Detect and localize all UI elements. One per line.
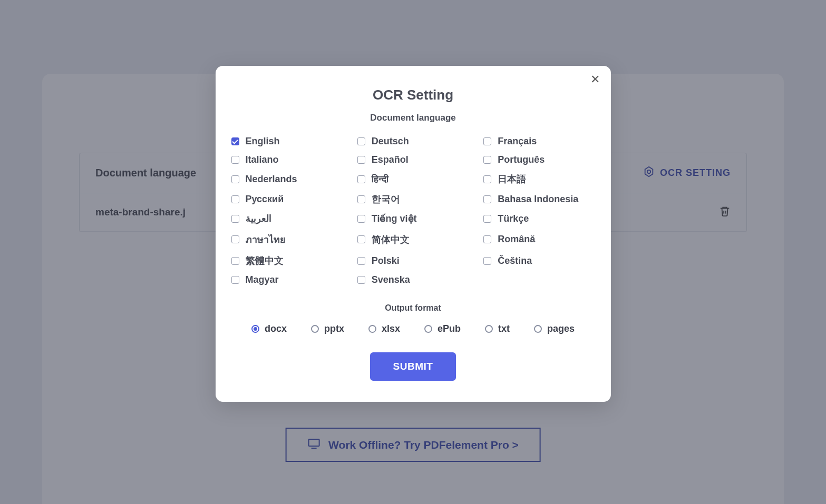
checkbox-icon — [357, 156, 365, 164]
checkbox-icon — [357, 276, 365, 284]
format-label: ePub — [438, 323, 461, 334]
checkbox-icon — [483, 235, 491, 243]
checkbox-icon — [231, 235, 239, 243]
language-checkbox[interactable]: Română — [481, 232, 597, 247]
checkbox-icon — [357, 215, 365, 223]
language-label: Svenska — [372, 274, 410, 285]
language-checkbox[interactable]: Svenska — [355, 274, 471, 285]
language-label: 繁體中文 — [246, 254, 284, 267]
language-label: Magyar — [246, 274, 279, 285]
language-label: Português — [498, 154, 545, 165]
language-label: Español — [372, 154, 409, 165]
language-label: Română — [498, 234, 535, 245]
checkbox-icon — [357, 235, 365, 243]
checkbox-icon — [483, 195, 491, 203]
radio-icon — [251, 325, 259, 333]
radio-icon — [485, 325, 493, 333]
language-checkbox[interactable]: Italiano — [229, 154, 345, 165]
language-grid: EnglishDeutschFrançaisItalianoEspañolPor… — [229, 136, 597, 296]
language-checkbox[interactable]: Deutsch — [355, 136, 471, 147]
format-label: pages — [547, 323, 575, 334]
language-checkbox[interactable]: Tiếng việt — [355, 213, 471, 224]
language-checkbox[interactable]: Magyar — [229, 274, 345, 285]
language-checkbox[interactable]: English — [229, 136, 345, 147]
language-label: English — [246, 136, 280, 147]
language-checkbox[interactable]: Français — [481, 136, 597, 147]
language-checkbox[interactable]: Português — [481, 154, 597, 165]
format-radio[interactable]: txt — [485, 323, 510, 334]
ocr-setting-modal: ✕ OCR Setting Document language EnglishD… — [216, 66, 611, 402]
format-radio[interactable]: pptx — [311, 323, 344, 334]
language-checkbox[interactable]: Nederlands — [229, 173, 345, 185]
language-label: हिन्दी — [372, 174, 388, 185]
language-label: 한국어 — [372, 193, 400, 205]
language-label: Čeština — [498, 255, 532, 266]
language-label: Bahasa Indonesia — [498, 194, 578, 205]
checkbox-icon — [231, 156, 239, 164]
submit-button[interactable]: SUBMIT — [370, 352, 456, 381]
language-label: ภาษาไทย — [246, 232, 286, 247]
language-checkbox[interactable]: Bahasa Indonesia — [481, 193, 597, 205]
output-format-row: docxpptxxlsxePubtxtpages — [229, 323, 597, 334]
format-label: xlsx — [382, 323, 400, 334]
format-label: txt — [498, 323, 510, 334]
checkbox-icon — [357, 257, 365, 265]
language-checkbox[interactable]: Русский — [229, 193, 345, 205]
language-checkbox[interactable]: ภาษาไทย — [229, 232, 345, 247]
language-label: Polski — [372, 255, 400, 266]
checkbox-icon — [483, 215, 491, 223]
language-checkbox[interactable]: Čeština — [481, 254, 597, 267]
language-label: العربية — [246, 213, 271, 224]
checkbox-icon — [483, 175, 491, 183]
language-checkbox[interactable]: 繁體中文 — [229, 254, 345, 267]
output-format-title: Output format — [229, 303, 597, 313]
language-label: Deutsch — [372, 136, 409, 147]
language-checkbox[interactable]: 简体中文 — [355, 232, 471, 247]
language-checkbox[interactable]: Español — [355, 154, 471, 165]
checkbox-icon — [483, 257, 491, 265]
language-checkbox[interactable]: Türkçe — [481, 213, 597, 224]
checkbox-icon — [357, 137, 365, 145]
format-radio[interactable]: xlsx — [368, 323, 400, 334]
language-label: Tiếng việt — [372, 213, 417, 224]
checkbox-icon — [231, 276, 239, 284]
checkbox-icon — [231, 215, 239, 223]
checkbox-icon — [483, 156, 491, 164]
radio-icon — [311, 325, 319, 333]
language-label: Français — [498, 136, 537, 147]
radio-icon — [534, 325, 542, 333]
language-checkbox[interactable]: हिन्दी — [355, 173, 471, 185]
checkbox-icon — [483, 137, 491, 145]
language-label: 日本語 — [498, 173, 526, 185]
format-radio[interactable]: pages — [534, 323, 575, 334]
checkbox-icon — [231, 257, 239, 265]
checkbox-icon — [231, 137, 239, 145]
close-icon: ✕ — [590, 73, 600, 86]
language-label: Türkçe — [498, 213, 529, 224]
language-checkbox[interactable]: 한국어 — [355, 193, 471, 205]
close-button[interactable]: ✕ — [589, 73, 601, 86]
format-radio[interactable]: docx — [251, 323, 287, 334]
radio-icon — [424, 325, 432, 333]
checkbox-icon — [231, 195, 239, 203]
radio-icon — [368, 325, 376, 333]
language-label: Italiano — [246, 154, 279, 165]
modal-title: OCR Setting — [229, 87, 597, 103]
language-label: Русский — [246, 194, 284, 205]
format-label: docx — [265, 323, 287, 334]
checkbox-icon — [231, 175, 239, 183]
checkbox-icon — [357, 195, 365, 203]
format-label: pptx — [324, 323, 344, 334]
language-label: Nederlands — [246, 174, 297, 185]
language-checkbox[interactable]: العربية — [229, 213, 345, 224]
checkbox-icon — [357, 175, 365, 183]
language-label: 简体中文 — [372, 233, 410, 246]
format-radio[interactable]: ePub — [424, 323, 461, 334]
language-checkbox[interactable]: Polski — [355, 254, 471, 267]
modal-subtitle: Document language — [229, 113, 597, 123]
language-checkbox[interactable]: 日本語 — [481, 173, 597, 185]
